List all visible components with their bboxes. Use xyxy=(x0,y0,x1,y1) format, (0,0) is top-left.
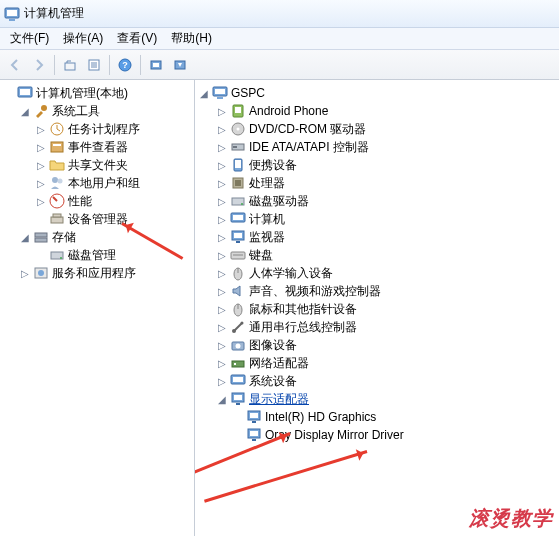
expand-icon[interactable]: ▷ xyxy=(216,105,228,117)
toolbar-separator xyxy=(140,55,141,75)
expand-icon[interactable]: ▷ xyxy=(35,159,47,171)
tree-label: 键盘 xyxy=(249,247,273,264)
tree-services[interactable]: ▷服务和应用程序 xyxy=(18,264,192,282)
expand-icon[interactable]: ▷ xyxy=(216,357,228,369)
expand-icon[interactable]: ▷ xyxy=(216,303,228,315)
collapse-icon[interactable]: ◢ xyxy=(198,87,210,99)
expand-icon[interactable]: ▷ xyxy=(35,141,47,153)
svg-rect-34 xyxy=(235,107,241,113)
svg-rect-48 xyxy=(234,233,242,238)
svg-point-19 xyxy=(52,177,58,183)
titlebar: 计算机管理 xyxy=(0,0,559,28)
folder-share-icon xyxy=(49,157,65,173)
menu-file[interactable]: 文件(F) xyxy=(4,28,55,49)
expand-icon[interactable]: ▷ xyxy=(216,159,228,171)
expand-icon[interactable]: ▷ xyxy=(216,249,228,261)
device-cat-monitor[interactable]: ▷监视器 xyxy=(215,228,557,246)
expand-icon[interactable]: ▷ xyxy=(216,375,228,387)
up-button[interactable] xyxy=(59,54,81,76)
device-cat-diskdrive[interactable]: ▷磁盘驱动器 xyxy=(215,192,557,210)
device-cat-mouse[interactable]: ▷鼠标和其他指针设备 xyxy=(215,300,557,318)
expand-icon[interactable]: ▷ xyxy=(19,267,31,279)
tree-storage[interactable]: ◢ 存储 xyxy=(18,228,192,246)
device-cat-hid[interactable]: ▷人体学输入设备 xyxy=(215,264,557,282)
expand-icon[interactable]: ▷ xyxy=(216,285,228,297)
props-button[interactable] xyxy=(83,54,105,76)
expand-icon[interactable]: ▷ xyxy=(216,177,228,189)
tools-icon xyxy=(33,103,49,119)
svg-rect-22 xyxy=(51,217,63,223)
device-root[interactable]: ◢ GSPC xyxy=(197,84,557,102)
expand-icon[interactable]: ▷ xyxy=(216,213,228,225)
device-cat-cpu[interactable]: ▷处理器 xyxy=(215,174,557,192)
svg-text:?: ? xyxy=(122,60,128,70)
tree-task-scheduler[interactable]: ▷任务计划程序 xyxy=(34,120,192,138)
tree-performance[interactable]: ▷性能 xyxy=(34,192,192,210)
expand-icon[interactable]: ▷ xyxy=(35,195,47,207)
device-intel[interactable]: Intel(R) HD Graphics xyxy=(231,408,557,426)
expand-icon[interactable]: ▷ xyxy=(216,339,228,351)
svg-rect-63 xyxy=(233,377,243,382)
dvd-icon xyxy=(230,121,246,137)
expand-icon[interactable]: ▷ xyxy=(216,267,228,279)
help-button[interactable]: ? xyxy=(114,54,136,76)
back-button[interactable] xyxy=(4,54,26,76)
tree-label: 鼠标和其他指针设备 xyxy=(249,301,357,318)
tree-label: 事件查看器 xyxy=(68,139,128,156)
expand-icon[interactable]: ▷ xyxy=(216,195,228,207)
expand-icon[interactable]: ▷ xyxy=(216,231,228,243)
collapse-icon[interactable]: ◢ xyxy=(216,393,228,405)
menubar: 文件(F) 操作(A) 查看(V) 帮助(H) xyxy=(0,28,559,50)
collapse-icon[interactable]: ◢ xyxy=(19,105,31,117)
expand-icon[interactable]: ▷ xyxy=(216,123,228,135)
tree-local-users[interactable]: ▷本地用户和组 xyxy=(34,174,192,192)
tree-event-viewer[interactable]: ▷事件查看器 xyxy=(34,138,192,156)
svg-rect-65 xyxy=(234,395,242,400)
users-icon xyxy=(49,175,65,191)
diskdrive-icon xyxy=(230,193,246,209)
forward-button[interactable] xyxy=(28,54,50,76)
svg-point-20 xyxy=(58,179,63,184)
svg-rect-60 xyxy=(232,361,244,367)
menu-action[interactable]: 操作(A) xyxy=(57,28,109,49)
device-cat-ide[interactable]: ▷IDE ATA/ATAPI 控制器 xyxy=(215,138,557,156)
device-cat-usb[interactable]: ▷通用串行总线控制器 xyxy=(215,318,557,336)
svg-rect-68 xyxy=(250,413,258,418)
device-cat-computer[interactable]: ▷计算机 xyxy=(215,210,557,228)
expand-icon[interactable]: ▷ xyxy=(216,321,228,333)
device-cat-dvd[interactable]: ▷DVD/CD-ROM 驱动器 xyxy=(215,120,557,138)
toolbar-separator xyxy=(54,55,55,75)
tree-root-local[interactable]: 计算机管理(本地) xyxy=(2,84,192,102)
collapse-icon[interactable]: ◢ xyxy=(19,231,31,243)
svg-rect-11 xyxy=(153,63,159,67)
device-cat-display[interactable]: ◢显示适配器 xyxy=(215,390,557,408)
tree-label: 存储 xyxy=(52,229,76,246)
svg-point-27 xyxy=(60,257,62,259)
menu-help[interactable]: 帮助(H) xyxy=(165,28,218,49)
tree-label: 通用串行总线控制器 xyxy=(249,319,357,336)
refresh-button[interactable] xyxy=(145,54,167,76)
device-cat-sound[interactable]: ▷声音、视频和游戏控制器 xyxy=(215,282,557,300)
device-cat-keyboard[interactable]: ▷键盘 xyxy=(215,246,557,264)
display-icon xyxy=(230,391,246,407)
svg-rect-46 xyxy=(233,215,243,220)
sound-icon xyxy=(230,283,246,299)
svg-point-59 xyxy=(236,344,241,349)
tree-label: 显示适配器 xyxy=(249,391,309,408)
device-cat-portable[interactable]: ▷便携设备 xyxy=(215,156,557,174)
device-cat-system[interactable]: ▷系统设备 xyxy=(215,372,557,390)
device-cat-network[interactable]: ▷网络适配器 xyxy=(215,354,557,372)
tree-shared-folders[interactable]: ▷共享文件夹 xyxy=(34,156,192,174)
menu-view[interactable]: 查看(V) xyxy=(111,28,163,49)
tree-label: 监视器 xyxy=(249,229,285,246)
tree-label: Intel(R) HD Graphics xyxy=(265,410,376,424)
expand-icon[interactable]: ▷ xyxy=(35,123,47,135)
filter-button[interactable] xyxy=(169,54,191,76)
tree-system-tools[interactable]: ◢ 系统工具 xyxy=(18,102,192,120)
expand-icon[interactable]: ▷ xyxy=(35,177,47,189)
usb-icon xyxy=(230,319,246,335)
expand-icon[interactable]: ▷ xyxy=(216,141,228,153)
tree-device-manager[interactable]: 设备管理器 xyxy=(34,210,192,228)
device-cat-android[interactable]: ▷Android Phone xyxy=(215,102,557,120)
device-cat-imaging[interactable]: ▷图像设备 xyxy=(215,336,557,354)
